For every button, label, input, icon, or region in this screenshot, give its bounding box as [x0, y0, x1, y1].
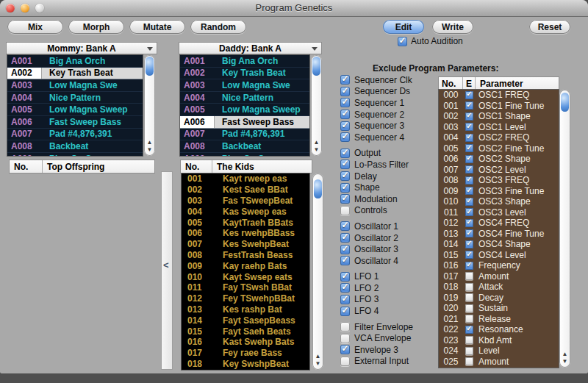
param-exclude-checkbox[interactable] — [465, 144, 473, 152]
param-exclude-checkbox[interactable] — [465, 326, 473, 334]
kid-row[interactable]: 013Kes rashp Bat — [182, 304, 309, 315]
random-button[interactable]: Random — [190, 20, 246, 34]
kid-row[interactable]: 009Kay raehp Bats — [182, 260, 309, 271]
kid-row[interactable]: 018Key SwshpBeat — [182, 359, 309, 370]
kid-row[interactable]: 004Kas Sweep eas — [182, 206, 309, 217]
param-row[interactable]: 014OSC4 Shape — [439, 239, 559, 250]
program-row[interactable]: A001Big Ana Orch — [7, 55, 143, 68]
exclude-checkbox[interactable] — [340, 295, 350, 304]
param-exclude-checkbox[interactable] — [465, 240, 473, 248]
param-row[interactable]: 016Frequency — [439, 260, 559, 271]
exclude-checkbox[interactable] — [340, 307, 350, 316]
program-row[interactable]: A005Low Magna Sweep — [7, 104, 143, 116]
scrollbar-arrows[interactable]: ▲▼ — [311, 139, 322, 154]
param-row[interactable]: 005OSC2 Fine Tune — [439, 143, 559, 154]
exclude-checkbox[interactable] — [340, 334, 350, 343]
exclude-checkbox[interactable] — [340, 357, 350, 366]
kid-row[interactable]: 005KaytTraeh BBats — [182, 217, 309, 228]
arrow-up-icon[interactable]: ▲ — [147, 139, 153, 146]
param-exclude-checkbox[interactable] — [465, 293, 473, 301]
exclude-checkbox[interactable] — [340, 160, 350, 169]
exclude-checkbox[interactable] — [340, 194, 350, 204]
param-exclude-checkbox[interactable] — [465, 315, 473, 323]
program-row[interactable]: A004Nice Pattern — [7, 92, 143, 104]
arrow-down-icon[interactable]: ▼ — [147, 146, 153, 154]
kid-row[interactable]: 019 — [182, 369, 309, 370]
param-exclude-checkbox[interactable] — [465, 101, 473, 110]
program-row[interactable]: A007Pad #4,876,391 — [180, 129, 309, 141]
arrow-down-icon[interactable]: ▼ — [315, 360, 321, 368]
kid-row[interactable]: 012Fey TSwehpBBat — [182, 293, 309, 304]
kid-row[interactable]: 003Fas TSweepBeat — [182, 196, 309, 207]
exclude-checkbox[interactable] — [340, 322, 350, 332]
reset-button[interactable]: Reset — [529, 20, 570, 34]
program-row[interactable]: A001Big Ana Orch — [180, 55, 309, 68]
program-row[interactable]: A007Pad #4,876,391 — [7, 129, 143, 141]
param-row[interactable]: 012OSC4 FREQ — [439, 218, 559, 229]
param-row[interactable]: 008OSC3 FREQ — [439, 175, 559, 186]
kid-row[interactable]: 014Fayt SasepBeass — [182, 315, 309, 326]
scrollbar-arrows[interactable]: ▲▼ — [144, 139, 155, 154]
param-row[interactable]: 000OSC1 FREQ — [439, 90, 559, 101]
param-exclude-checkbox[interactable] — [465, 165, 473, 173]
param-row[interactable]: 006OSC2 Shape — [439, 154, 559, 165]
scrollbar-thumb[interactable] — [146, 57, 154, 76]
program-row[interactable]: A009Ping On Sync — [180, 153, 309, 156]
exclude-checkbox[interactable] — [340, 87, 350, 96]
kids-scrollbar[interactable]: ▲▼ — [312, 173, 323, 370]
param-exclude-checkbox[interactable] — [465, 208, 473, 216]
exclude-checkbox[interactable] — [340, 171, 350, 181]
exclude-checkbox[interactable] — [340, 245, 350, 254]
param-row[interactable]: 021Release — [439, 314, 559, 325]
param-exclude-checkbox[interactable] — [465, 272, 473, 280]
param-exclude-checkbox[interactable] — [465, 357, 473, 365]
program-row[interactable]: A003Low Magna Swe — [180, 79, 309, 92]
kid-row[interactable]: 001Kayt rweep eas — [182, 173, 309, 185]
param-exclude-checkbox[interactable] — [465, 219, 473, 227]
scrollbar-arrows[interactable]: ▲▼ — [312, 353, 323, 368]
mommy-scrollbar[interactable]: ▲▼ — [144, 55, 155, 156]
edit-button[interactable]: Edit — [383, 20, 424, 34]
scrollbar-arrows[interactable]: ▲▼ — [559, 351, 570, 365]
exclude-checkbox[interactable] — [340, 75, 350, 85]
mommy-program-list[interactable]: A001Big Ana OrchA002Key Trash BeatA003Lo… — [7, 55, 143, 156]
scrollbar-thumb[interactable] — [561, 93, 569, 112]
program-row[interactable]: A002Key Trash Beat — [7, 68, 143, 80]
param-scrollbar[interactable]: ▲▼ — [559, 90, 570, 368]
kid-row[interactable]: 016Kast Swehp Bats — [182, 337, 309, 348]
param-exclude-checkbox[interactable] — [465, 187, 473, 195]
titlebar[interactable]: Program Genetics — [0, 0, 588, 17]
program-row[interactable]: A002Key Trash Beat — [180, 68, 309, 80]
scrollbar-thumb[interactable] — [312, 57, 320, 76]
exclude-checkbox[interactable] — [340, 256, 350, 265]
exclude-checkbox[interactable] — [340, 183, 350, 193]
param-row[interactable]: 001OSC1 Fine Tune — [439, 101, 559, 112]
kid-row[interactable]: 010Kayt Swsep eats — [182, 271, 309, 282]
param-exclude-checkbox[interactable] — [465, 304, 473, 312]
program-row[interactable]: A008Backbeat — [180, 140, 309, 153]
param-row[interactable]: 020Sustain — [439, 303, 559, 314]
kid-row[interactable]: 017Fey raee Bass — [182, 348, 309, 359]
param-exclude-checkbox[interactable] — [465, 91, 473, 99]
mommy-bank-popup[interactable]: Mommy: Bank A — [6, 42, 157, 54]
kids-list[interactable]: 001Kayt rweep eas002Kest Saee BBat003Fas… — [182, 173, 309, 370]
auto-audition-checkbox[interactable] — [398, 37, 407, 46]
morph-button[interactable]: Morph — [68, 20, 124, 34]
arrow-down-icon[interactable]: ▼ — [562, 358, 568, 365]
param-row[interactable]: 023Kbd Amt — [439, 335, 559, 346]
program-row[interactable]: A006Fast Sweep Bass — [7, 116, 143, 129]
daddy-program-list[interactable]: A001Big Ana OrchA002Key Trash BeatA003Lo… — [180, 55, 309, 156]
exclude-checkbox[interactable] — [340, 121, 350, 131]
param-row[interactable]: 022Resonance — [439, 324, 559, 335]
param-row[interactable]: 017Amount — [439, 271, 559, 282]
param-row[interactable]: 024Level — [439, 346, 559, 357]
kid-row[interactable]: 006Kes rwehpBBass — [182, 228, 309, 239]
param-exclude-checkbox[interactable] — [465, 123, 473, 131]
param-table[interactable]: 000OSC1 FREQ001OSC1 Fine Tune002OSC1 Sha… — [439, 90, 559, 368]
mix-button[interactable]: Mix — [7, 20, 63, 34]
exclude-checkbox[interactable] — [340, 221, 350, 231]
param-exclude-checkbox[interactable] — [465, 176, 473, 185]
param-row[interactable]: 002OSC1 Shape — [439, 111, 559, 122]
kid-row[interactable]: 015Fayt Saeh Beats — [182, 326, 309, 337]
arrow-up-icon[interactable]: ▲ — [314, 139, 320, 146]
